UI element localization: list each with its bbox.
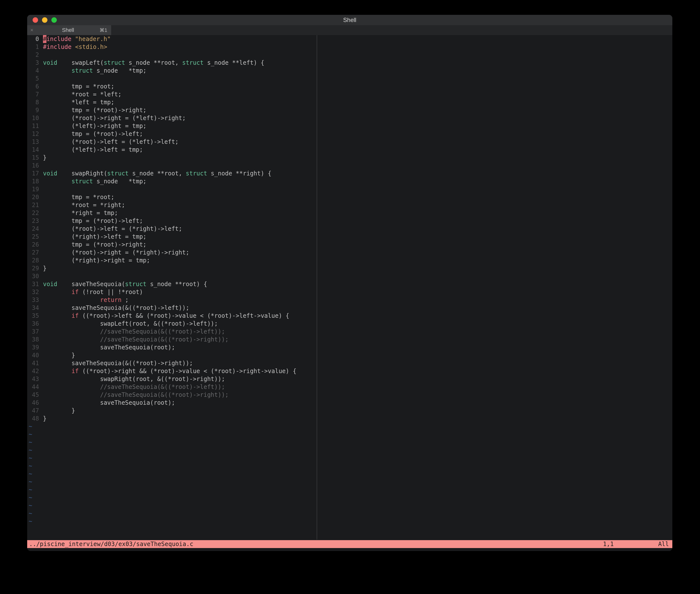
- code-text[interactable]: tmp = (*root)->right;: [41, 241, 146, 249]
- code-line[interactable]: 34 saveTheSequoia(&((*root)->left));: [27, 304, 672, 312]
- code-line[interactable]: 20 tmp = *root;: [27, 193, 672, 201]
- code-line[interactable]: 47 }: [27, 407, 672, 415]
- code-line[interactable]: 9 tmp = (*root)->right;: [27, 106, 672, 114]
- code-text[interactable]: saveTheSequoia(root);: [41, 399, 175, 407]
- code-line[interactable]: 33 return ;: [27, 296, 672, 304]
- code-text[interactable]: *root = *left;: [41, 91, 121, 98]
- code-line[interactable]: 45 //saveTheSequoia(&((*root)->right));: [27, 391, 672, 399]
- code-line[interactable]: 17void swapRight(struct s_node **root, s…: [27, 169, 672, 177]
- code-line[interactable]: 4 struct s_node *tmp;: [27, 67, 672, 75]
- code-text[interactable]: //saveTheSequoia(&((*root)->left));: [41, 328, 225, 335]
- code-text[interactable]: struct s_node *tmp;: [41, 177, 146, 185]
- code-line[interactable]: 31void saveTheSequoia(struct s_node **ro…: [27, 280, 672, 288]
- code-text[interactable]: swapLeft(root, &((*root)->left));: [41, 320, 218, 328]
- code-text[interactable]: }: [41, 351, 75, 359]
- code-text[interactable]: [41, 272, 43, 280]
- code-text[interactable]: [41, 51, 43, 59]
- code-line[interactable]: 2: [27, 51, 672, 59]
- code-line[interactable]: 42 if ((*root)->right && (*root)->value …: [27, 367, 672, 375]
- code-text[interactable]: tmp = *root;: [41, 82, 114, 91]
- code-text[interactable]: saveTheSequoia(&((*root)->left));: [41, 304, 189, 312]
- tab-close-icon[interactable]: ×: [27, 27, 37, 33]
- code-text[interactable]: (*root)->left = (*right)->left;: [41, 225, 182, 233]
- code-line[interactable]: 11 (*left)->right = tmp;: [27, 122, 672, 130]
- code-line[interactable]: 30: [27, 272, 672, 280]
- code-text[interactable]: (*left)->left = tmp;: [41, 146, 143, 154]
- code-text[interactable]: if ((*root)->left && (*root)->value < (*…: [41, 312, 289, 320]
- code-text[interactable]: //saveTheSequoia(&((*root)->left));: [41, 383, 225, 391]
- code-text[interactable]: [41, 75, 43, 82]
- code-text[interactable]: //saveTheSequoia(&((*root)->right));: [41, 391, 229, 399]
- code-text[interactable]: if (!root || !*root): [41, 288, 143, 296]
- code-text[interactable]: //saveTheSequoia(&((*root)->right));: [41, 335, 229, 343]
- code-line[interactable]: 23 tmp = (*root)->left;: [27, 217, 672, 225]
- code-line[interactable]: 40 }: [27, 351, 672, 359]
- code-line[interactable]: 26 tmp = (*root)->right;: [27, 241, 672, 249]
- code-line[interactable]: 8 *left = tmp;: [27, 98, 672, 106]
- code-line[interactable]: 24 (*root)->left = (*right)->left;: [27, 225, 672, 233]
- code-line[interactable]: 41 saveTheSequoia(&((*root)->right));: [27, 359, 672, 367]
- code-text[interactable]: *left = tmp;: [41, 98, 114, 106]
- code-text[interactable]: saveTheSequoia(&((*root)->right));: [41, 359, 193, 367]
- editor-viewport[interactable]: 0#include "header.h"1#include <stdio.h>2…: [27, 35, 672, 551]
- code-line[interactable]: 10 (*root)->right = (*left)->right;: [27, 114, 672, 122]
- code-line[interactable]: 18 struct s_node *tmp;: [27, 177, 672, 185]
- code-text[interactable]: (*root)->right = (*left)->right;: [41, 114, 186, 122]
- code-text[interactable]: if ((*root)->right && (*root)->value < (…: [41, 367, 296, 375]
- code-line[interactable]: 37 //saveTheSequoia(&((*root)->left));: [27, 328, 672, 335]
- code-line[interactable]: 19: [27, 185, 672, 193]
- close-window-icon[interactable]: [33, 17, 38, 23]
- code-text[interactable]: return ;: [41, 296, 129, 304]
- code-text[interactable]: void swapLeft(struct s_node **root, stru…: [41, 59, 264, 67]
- code-line[interactable]: 48}: [27, 415, 672, 423]
- code-line[interactable]: 28 (*right)->right = tmp;: [27, 257, 672, 264]
- code-text[interactable]: [41, 162, 43, 169]
- code-text[interactable]: }: [41, 154, 46, 162]
- code-text[interactable]: }: [41, 415, 46, 423]
- code-text[interactable]: [41, 185, 43, 193]
- code-line[interactable]: 44 //saveTheSequoia(&((*root)->left));: [27, 383, 672, 391]
- code-text[interactable]: (*left)->right = tmp;: [41, 122, 146, 130]
- code-text[interactable]: #include "header.h": [41, 35, 111, 43]
- code-line[interactable]: 39 saveTheSequoia(root);: [27, 343, 672, 351]
- code-line[interactable]: 3void swapLeft(struct s_node **root, str…: [27, 59, 672, 67]
- code-text[interactable]: tmp = (*root)->right;: [41, 106, 146, 114]
- code-line[interactable]: 43 swapRight(root, &((*root)->right));: [27, 375, 672, 383]
- code-area[interactable]: 0#include "header.h"1#include <stdio.h>2…: [27, 35, 672, 525]
- code-text[interactable]: #include <stdio.h>: [41, 43, 107, 51]
- code-text[interactable]: (*right)->right = tmp;: [41, 257, 150, 264]
- code-line[interactable]: 36 swapLeft(root, &((*root)->left));: [27, 320, 672, 328]
- code-text[interactable]: struct s_node *tmp;: [41, 67, 146, 75]
- minimize-window-icon[interactable]: [42, 17, 47, 23]
- code-text[interactable]: (*root)->left = (*left)->left;: [41, 138, 179, 146]
- code-text[interactable]: tmp = (*root)->left;: [41, 217, 143, 225]
- code-line[interactable]: 7 *root = *left;: [27, 91, 672, 98]
- code-text[interactable]: void saveTheSequoia(struct s_node **root…: [41, 280, 207, 288]
- code-text[interactable]: (*right)->left = tmp;: [41, 233, 146, 241]
- code-text[interactable]: saveTheSequoia(root);: [41, 343, 175, 351]
- code-line[interactable]: 29}: [27, 264, 672, 272]
- code-text[interactable]: tmp = (*root)->left;: [41, 130, 143, 138]
- code-text[interactable]: *root = *right;: [41, 201, 125, 209]
- code-line[interactable]: 46 saveTheSequoia(root);: [27, 399, 672, 407]
- tab-shell[interactable]: × Shell ⌘1: [27, 25, 111, 35]
- code-line[interactable]: 13 (*root)->left = (*left)->left;: [27, 138, 672, 146]
- code-line[interactable]: 21 *root = *right;: [27, 201, 672, 209]
- code-text[interactable]: swapRight(root, &((*root)->right));: [41, 375, 225, 383]
- code-line[interactable]: 22 *right = tmp;: [27, 209, 672, 217]
- code-line[interactable]: 5: [27, 75, 672, 82]
- code-line[interactable]: 0#include "header.h": [27, 35, 672, 43]
- code-line[interactable]: 15}: [27, 154, 672, 162]
- code-line[interactable]: 16: [27, 162, 672, 169]
- zoom-window-icon[interactable]: [51, 17, 57, 23]
- code-line[interactable]: 14 (*left)->left = tmp;: [27, 146, 672, 154]
- code-text[interactable]: (*root)->right = (*right)->right;: [41, 249, 189, 257]
- code-text[interactable]: *right = tmp;: [41, 209, 118, 217]
- code-text[interactable]: }: [41, 407, 75, 415]
- code-line[interactable]: 25 (*right)->left = tmp;: [27, 233, 672, 241]
- code-line[interactable]: 6 tmp = *root;: [27, 82, 672, 91]
- code-text[interactable]: void swapRight(struct s_node **root, str…: [41, 169, 272, 177]
- code-line[interactable]: 1#include <stdio.h>: [27, 43, 672, 51]
- code-line[interactable]: 32 if (!root || !*root): [27, 288, 672, 296]
- code-line[interactable]: 12 tmp = (*root)->left;: [27, 130, 672, 138]
